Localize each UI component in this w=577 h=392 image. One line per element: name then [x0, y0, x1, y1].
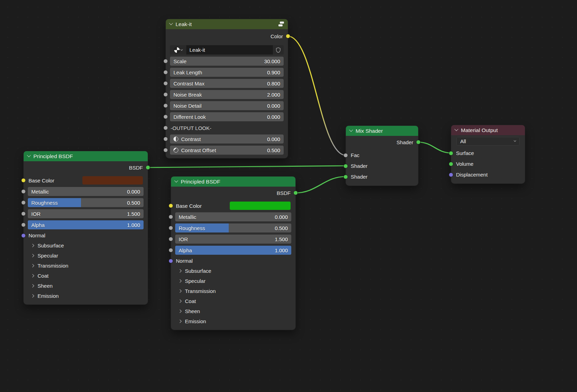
section-sheen[interactable]: Sheen: [171, 306, 295, 316]
socket-shader-output[interactable]: [416, 140, 421, 145]
socket-base-color-input[interactable]: [169, 204, 173, 208]
param-row: Contrast 0.000: [166, 134, 288, 144]
param-row: Scale 30.000: [166, 57, 288, 66]
socket-noise-break-input[interactable]: [163, 92, 168, 97]
node-mix-shader[interactable]: Mix Shader Shader Fac Shader Shader: [346, 126, 418, 186]
node-header-leak-it[interactable]: Leak-it: [166, 19, 288, 29]
alpha-slider[interactable]: Alpha 1.000: [28, 220, 144, 229]
collapse-chevron-icon[interactable]: [27, 153, 31, 157]
node-editor-canvas[interactable]: Leak-it Color Scale 30.000: [0, 0, 577, 392]
noise-break-field[interactable]: Noise Break 2.000: [170, 90, 284, 99]
section-emission[interactable]: Emission: [24, 291, 148, 301]
input-label: Shader: [351, 163, 367, 169]
socket-metallic-input[interactable]: [169, 215, 173, 219]
base-color-row: Base Color: [24, 176, 148, 185]
socket-output-look-input[interactable]: [163, 126, 168, 130]
socket-surface-input[interactable]: [449, 151, 453, 155]
node-header-mix-shader[interactable]: Mix Shader: [346, 126, 418, 136]
node-principled-bsdf-1[interactable]: Principled BSDF BSDF Base Color Metallic…: [24, 151, 148, 304]
node-header-material-output[interactable]: Material Output: [451, 125, 525, 135]
socket-ior-input[interactable]: [169, 237, 173, 242]
socket-alpha-input[interactable]: [21, 223, 26, 227]
socket-fac-input[interactable]: [343, 153, 348, 157]
shield-icon: [276, 47, 281, 53]
section-emission[interactable]: Emission: [171, 316, 295, 326]
socket-noise-detail-input[interactable]: [163, 104, 168, 108]
contrast-max-field[interactable]: Contrast Max 0.800: [170, 79, 284, 88]
node-principled-bsdf-2[interactable]: Principled BSDF BSDF Base Color Metallic…: [171, 177, 295, 330]
expand-chevron-icon: [178, 269, 182, 273]
collapse-chevron-icon[interactable]: [169, 21, 173, 25]
socket-displacement-input[interactable]: [449, 172, 453, 177]
nodetree-name-input[interactable]: [186, 45, 273, 55]
collapse-chevron-icon[interactable]: [454, 127, 458, 131]
normal-row: Normal: [171, 256, 295, 266]
section-specular[interactable]: Specular: [24, 251, 148, 261]
alpha-slider[interactable]: Alpha 1.000: [175, 246, 291, 255]
socket-different-look-input[interactable]: [163, 115, 168, 119]
collapse-chevron-icon[interactable]: [349, 128, 353, 132]
ior-slider[interactable]: IOR 1.500: [28, 209, 144, 218]
param-row: Contrast Max 0.800: [166, 79, 288, 88]
socket-scale-input[interactable]: [163, 59, 168, 64]
input-row-shader-2: Shader: [346, 171, 418, 182]
output-row-color: Color: [166, 29, 288, 43]
input-label: Displacement: [456, 172, 488, 178]
section-transmission[interactable]: Transmission: [171, 286, 295, 296]
base-color-label: Base Color: [29, 178, 54, 183]
different-look-field[interactable]: Different Look 0.000: [170, 112, 284, 121]
section-specular[interactable]: Specular: [171, 276, 295, 286]
socket-volume-input[interactable]: [449, 162, 453, 166]
node-header-principled-2[interactable]: Principled BSDF: [171, 177, 295, 187]
base-color-swatch[interactable]: [82, 176, 143, 185]
socket-contrast-max-input[interactable]: [163, 81, 168, 86]
socket-alpha-input[interactable]: [169, 248, 173, 253]
socket-leak-length-input[interactable]: [163, 70, 168, 75]
socket-contrast-input[interactable]: [163, 137, 168, 141]
roughness-slider[interactable]: Roughness 0.500: [28, 198, 144, 207]
section-subsurface[interactable]: Subsurface: [171, 266, 295, 276]
ior-slider[interactable]: IOR 1.500: [175, 235, 291, 244]
section-coat[interactable]: Coat: [24, 271, 148, 281]
node-header-principled-1[interactable]: Principled BSDF: [24, 151, 148, 161]
section-sheen[interactable]: Sheen: [24, 281, 148, 291]
section-coat[interactable]: Coat: [171, 296, 295, 306]
section-subsurface[interactable]: Subsurface: [24, 240, 148, 251]
leak-length-field[interactable]: Leak Length 0.900: [170, 68, 284, 77]
base-color-swatch[interactable]: [230, 202, 291, 210]
socket-roughness-input[interactable]: [169, 226, 173, 230]
socket-roughness-input[interactable]: [21, 201, 26, 205]
expand-chevron-icon: [178, 320, 182, 323]
metallic-slider[interactable]: Metallic 0.000: [175, 212, 291, 221]
node-leak-it[interactable]: Leak-it Color Scale 30.000: [166, 19, 288, 158]
section-transmission[interactable]: Transmission: [24, 261, 148, 271]
metallic-slider[interactable]: Metallic 0.000: [28, 187, 144, 196]
socket-bsdf-output[interactable]: [146, 165, 150, 170]
output-label: BSDF: [129, 165, 143, 171]
socket-contrast-offset-input[interactable]: [163, 148, 168, 153]
node-title: Material Output: [461, 127, 498, 133]
contrast-offset-field[interactable]: Contrast Offset 0.500: [170, 146, 284, 155]
fake-user-button[interactable]: [273, 45, 284, 55]
contrast-offset-icon: [173, 148, 178, 153]
socket-color-output[interactable]: [286, 34, 290, 39]
scale-field[interactable]: Scale 30.000: [170, 57, 284, 66]
socket-shader-input-2[interactable]: [343, 174, 348, 179]
socket-ior-input[interactable]: [21, 212, 26, 216]
node-title: Mix Shader: [356, 128, 383, 134]
input-label: Surface: [456, 150, 474, 156]
wire-bsdf2-to-shader2: [295, 177, 346, 193]
node-material-output[interactable]: Material Output All Surface Volume Displ…: [451, 125, 525, 183]
socket-normal-input[interactable]: [21, 233, 26, 238]
target-dropdown[interactable]: All: [456, 137, 520, 146]
socket-metallic-input[interactable]: [21, 189, 26, 194]
contrast-field[interactable]: Contrast 0.000: [170, 134, 284, 144]
socket-base-color-input[interactable]: [21, 178, 26, 183]
socket-bsdf-output[interactable]: [293, 191, 298, 195]
socket-shader-input-1[interactable]: [343, 164, 348, 168]
socket-normal-input[interactable]: [169, 259, 173, 263]
nodetree-selector-button[interactable]: [170, 45, 186, 55]
roughness-slider[interactable]: Roughness 0.500: [175, 223, 291, 232]
collapse-chevron-icon[interactable]: [174, 179, 178, 182]
noise-detail-field[interactable]: Noise Detail 0.000: [170, 101, 284, 110]
